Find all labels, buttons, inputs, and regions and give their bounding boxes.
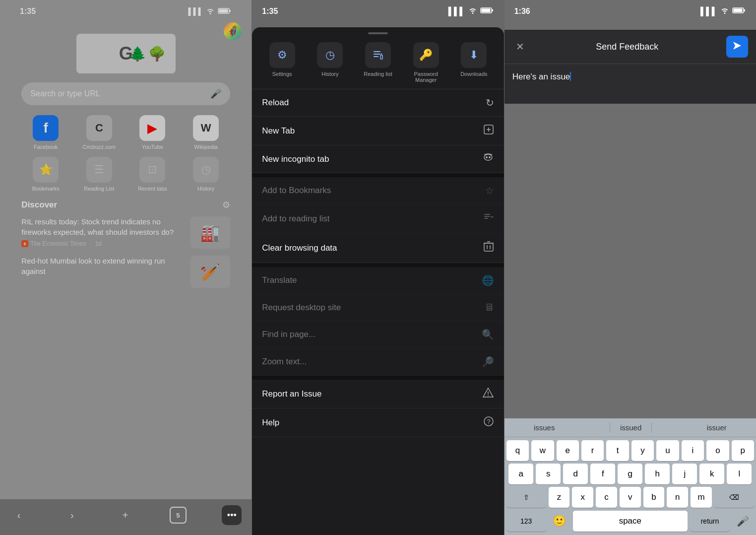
key-p[interactable]: p — [732, 440, 754, 461]
svg-text:?: ? — [487, 418, 490, 425]
cricbuzz-icon: C — [86, 115, 112, 141]
user-avatar[interactable]: 🦸 — [224, 22, 242, 40]
key-space[interactable]: space — [573, 511, 688, 532]
menu-item-newtab[interactable]: New Tab — [252, 117, 504, 145]
shortcut-label-facebook: Facebook — [34, 144, 58, 150]
key-n[interactable]: n — [667, 487, 688, 508]
svg-rect-8 — [374, 56, 378, 57]
menu-item-incognito[interactable]: New incognito tab — [252, 145, 504, 173]
quick-action-history[interactable]: ◷ History — [308, 42, 352, 83]
key-o[interactable]: o — [706, 440, 729, 461]
feedback-input-text: Here's an issue — [512, 72, 570, 81]
quick-action-downloads[interactable]: ⬇ Downloads — [452, 42, 496, 83]
bookmark-bookmarks[interactable]: ⭐ Bookmarks — [21, 157, 70, 192]
menu-label-reload: Reload — [262, 98, 289, 108]
key-z[interactable]: z — [549, 487, 570, 508]
time-p2: 1:35 — [262, 7, 278, 16]
quick-action-settings[interactable]: ⚙ Settings — [260, 42, 304, 83]
news-source-icon-1: E — [21, 240, 28, 247]
news-item-2[interactable]: Red-hot Mumbai look to extend winning ru… — [21, 256, 230, 288]
menu-item-zoom[interactable]: Zoom text... 🔎 — [252, 348, 504, 376]
key-d[interactable]: d — [563, 464, 588, 484]
key-y[interactable]: y — [631, 440, 654, 461]
svg-point-14 — [484, 154, 492, 160]
search-bar[interactable]: Search or type URL 🎤 — [21, 82, 230, 105]
key-f[interactable]: f — [590, 464, 615, 484]
status-bar-p1: 1:35 ▌▌▌ — [10, 0, 242, 19]
back-button[interactable]: ‹ — [10, 506, 28, 524]
svg-point-16 — [489, 156, 491, 158]
key-i[interactable]: i — [682, 440, 704, 461]
shortcut-cricbuzz[interactable]: C Cricbuzz.com — [75, 115, 124, 150]
menu-item-help[interactable]: Help ? — [252, 408, 504, 437]
key-g[interactable]: g — [618, 464, 642, 484]
quick-action-reading-list[interactable]: Reading list — [356, 42, 400, 83]
menu-item-clear[interactable]: Clear browsing data — [252, 233, 504, 263]
key-e[interactable]: e — [557, 440, 579, 461]
key-mic[interactable]: 🎤 — [732, 510, 754, 532]
news-thumb-1: 🏭 — [190, 216, 230, 249]
bookmark-recent-tabs[interactable]: ⊡ Recent tabs — [128, 157, 177, 192]
bookmark-menu-icon: ☆ — [485, 185, 494, 197]
key-b[interactable]: b — [643, 487, 665, 508]
key-s[interactable]: s — [536, 464, 561, 484]
key-q[interactable]: q — [506, 440, 529, 461]
suggestion-2[interactable]: issued — [610, 422, 652, 433]
shortcut-wikipedia[interactable]: W Wikipedia — [182, 115, 230, 150]
suggestion-1[interactable]: issues — [530, 422, 559, 433]
key-backspace[interactable]: ⌫ — [714, 487, 754, 508]
svg-rect-4 — [481, 9, 490, 12]
news-title-1: RIL results today: Stock trend indicates… — [21, 216, 185, 237]
news-item-1[interactable]: RIL results today: Stock trend indicates… — [21, 216, 230, 249]
bookmark-history[interactable]: ◷ History — [182, 157, 230, 192]
feedback-send-button[interactable] — [726, 36, 748, 58]
key-t[interactable]: t — [606, 440, 629, 461]
key-j[interactable]: j — [672, 464, 697, 484]
menu-item-translate[interactable]: Translate 🌐 — [252, 267, 504, 294]
shortcut-label-youtube: YouTube — [142, 144, 163, 150]
quick-action-password[interactable]: 🔑 Password Manager — [404, 42, 448, 83]
key-v[interactable]: v — [620, 487, 641, 508]
menu-item-reload[interactable]: Reload ↻ — [252, 89, 504, 117]
key-u[interactable]: u — [656, 440, 679, 461]
news-source-1: E The Economic Times · 1d — [21, 240, 185, 247]
menu-item-find[interactable]: Find in page... 🔍 — [252, 321, 504, 348]
bookmark-reading-list[interactable]: ☰ Reading List — [75, 157, 124, 192]
feedback-close-button[interactable]: ✕ — [512, 39, 528, 55]
key-x[interactable]: x — [572, 487, 593, 508]
warning-icon — [482, 387, 494, 401]
key-w[interactable]: w — [531, 440, 554, 461]
key-a[interactable]: a — [508, 464, 533, 484]
forward-button[interactable]: › — [63, 506, 81, 524]
key-123[interactable]: 123 — [506, 511, 546, 532]
shortcut-facebook[interactable]: f Facebook — [21, 115, 70, 150]
key-emoji[interactable]: 🙂 — [549, 510, 570, 532]
key-m[interactable]: m — [691, 487, 712, 508]
key-k[interactable]: k — [699, 464, 724, 484]
svg-rect-9 — [380, 55, 382, 59]
menu-label-report: Report an Issue — [262, 389, 321, 399]
key-h[interactable]: h — [645, 464, 670, 484]
discover-settings-icon[interactable]: ⚙ — [222, 200, 230, 210]
menu-item-bookmarks[interactable]: Add to Bookmarks ☆ — [252, 177, 504, 204]
menu-item-reading[interactable]: Add to reading list — [252, 204, 504, 233]
menu-item-desktop[interactable]: Request desktop site 🖥 — [252, 294, 504, 321]
bookmark-label-reading: Reading List — [84, 186, 114, 192]
reading-list-icon: ☰ — [86, 157, 112, 183]
key-shift[interactable]: ⇧ — [506, 487, 546, 508]
tab-count-button[interactable]: 5 — [170, 507, 187, 524]
menu-item-report[interactable]: Report an Issue — [252, 380, 504, 408]
password-icon: 🔑 — [413, 42, 439, 68]
key-r[interactable]: r — [581, 440, 604, 461]
more-menu-button[interactable]: ••• — [222, 505, 242, 525]
key-return[interactable]: return — [690, 511, 730, 532]
feedback-input-area[interactable]: Here's an issue — [504, 64, 756, 104]
status-bar-p3: 1:36 ▌▌▌ — [504, 0, 756, 19]
key-l[interactable]: l — [727, 464, 752, 484]
new-tab-button[interactable]: + — [117, 506, 134, 524]
shortcut-youtube[interactable]: ▶ YouTube — [128, 115, 177, 150]
key-c[interactable]: c — [596, 487, 617, 508]
shortcuts-grid: f Facebook C Cricbuzz.com ▶ YouTube W — [21, 115, 230, 150]
mic-icon[interactable]: 🎤 — [210, 88, 221, 99]
suggestion-3[interactable]: issuer — [703, 422, 731, 433]
